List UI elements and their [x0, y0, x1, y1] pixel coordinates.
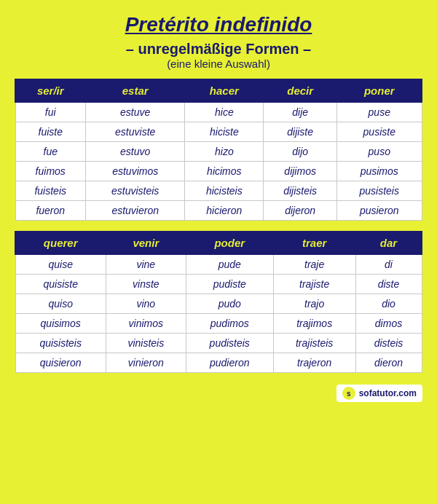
table-cell: traje	[273, 254, 355, 275]
table-cell: quisieron	[15, 353, 106, 373]
table-cell: trajiste	[273, 275, 355, 294]
table-cell: dimos	[355, 314, 422, 334]
table-cell: estuvo	[85, 142, 184, 162]
subtitle-line2: (eine kleine Auswahl)	[167, 58, 270, 70]
table-row: quisisteisvinisteispudisteistrajisteisdi…	[15, 334, 422, 353]
table1-header: hacer	[185, 79, 264, 102]
table-cell: dijimos	[264, 162, 337, 181]
table-cell: pusiste	[337, 122, 422, 142]
table-cell: pudisteis	[186, 334, 273, 353]
table-cell: vinimos	[106, 314, 186, 334]
table-cell: pudiste	[186, 275, 273, 294]
watermark-box: s sofatutor.com	[336, 385, 422, 402]
table1-header: ser/ir	[15, 79, 85, 102]
watermark-text: sofatutor.com	[359, 388, 417, 398]
table-cell: fueron	[15, 201, 85, 221]
table2: querervenirpodertraerdar quisevinepudetr…	[15, 231, 422, 373]
table-cell: quisiste	[15, 275, 106, 294]
subtitle-line1: – unregelmäßige Formen –	[126, 41, 312, 58]
table-cell: quiso	[15, 294, 106, 314]
table-cell: fuiste	[15, 122, 85, 142]
table-cell: dijisteis	[264, 181, 337, 201]
table-row: quisovinopudotrajodio	[15, 294, 422, 314]
table-cell: vinste	[106, 275, 186, 294]
table-cell: dijeron	[264, 201, 337, 221]
table2-header: traer	[273, 232, 355, 254]
table-cell: puse	[337, 102, 422, 122]
table2-header: poder	[186, 232, 273, 254]
table-cell: quise	[15, 254, 106, 275]
table2-header: venir	[106, 232, 186, 254]
sofatutor-logo: s	[342, 387, 355, 400]
table-cell: diste	[355, 275, 422, 294]
table-cell: pusimos	[337, 162, 422, 181]
table-cell: pudo	[186, 294, 273, 314]
table1: ser/irestarhacerdecirponer fuiestuvehice…	[15, 79, 422, 221]
table-cell: trajisteis	[273, 334, 355, 353]
table-cell: pudimos	[186, 314, 273, 334]
table1-header: poner	[337, 79, 422, 102]
table-cell: pusisteis	[337, 181, 422, 201]
table-cell: estuvieron	[85, 201, 184, 221]
table-cell: hizo	[185, 142, 264, 162]
table2-header: querer	[15, 232, 106, 254]
table-cell: pude	[186, 254, 273, 275]
table-cell: pusieron	[337, 201, 422, 221]
table-row: fuiestuvehicedijepuse	[15, 102, 422, 122]
table-row: fuisteisestuvisteishicisteisdijisteispus…	[15, 181, 422, 201]
table-cell: hiciste	[185, 122, 264, 142]
table-row: fuisteestuvistehicistedijistepusiste	[15, 122, 422, 142]
table-cell: vine	[106, 254, 186, 275]
table-cell: trajeron	[273, 353, 355, 373]
table-cell: trajimos	[273, 314, 355, 334]
table-row: fueestuvohizodijopuso	[15, 142, 422, 162]
table-cell: pudieron	[186, 353, 273, 373]
table1-header: estar	[85, 79, 184, 102]
table-row: quisevinepudetrajedi	[15, 254, 422, 275]
table-cell: dijo	[264, 142, 337, 162]
table-cell: dije	[264, 102, 337, 122]
table-cell: hicisteis	[185, 181, 264, 201]
table-cell: vino	[106, 294, 186, 314]
table-cell: fui	[15, 102, 85, 122]
table-cell: disteis	[355, 334, 422, 353]
table-row: fueronestuvieronhicierondijeronpusieron	[15, 201, 422, 221]
table-cell: dijiste	[264, 122, 337, 142]
table-row: quisimosvinimospudimostrajimosdimos	[15, 314, 422, 334]
table2-header: dar	[355, 232, 422, 254]
table-cell: quisimos	[15, 314, 106, 334]
table-cell: fuisteis	[15, 181, 85, 201]
table-cell: estuviste	[85, 122, 184, 142]
table-cell: hicimos	[185, 162, 264, 181]
table1-header: decir	[264, 79, 337, 102]
table-cell: puso	[337, 142, 422, 162]
table-cell: hice	[185, 102, 264, 122]
table-cell: vinieron	[106, 353, 186, 373]
table-cell: fue	[15, 142, 85, 162]
table-cell: estuvimos	[85, 162, 184, 181]
table-cell: quisisteis	[15, 334, 106, 353]
table-row: quisistevinstepudistetrajistediste	[15, 275, 422, 294]
table-cell: dio	[355, 294, 422, 314]
table-row: quisieronvinieronpudierontrajerondieron	[15, 353, 422, 373]
table-cell: trajo	[273, 294, 355, 314]
page-title: Pretérito indefinido	[125, 13, 312, 36]
table-cell: hicieron	[185, 201, 264, 221]
table-row: fuimosestuvimoshicimosdijimospusimos	[15, 162, 422, 181]
table-cell: estuve	[85, 102, 184, 122]
watermark-area: s sofatutor.com	[15, 385, 422, 402]
table-cell: estuvisteis	[85, 181, 184, 201]
table-cell: dieron	[355, 353, 422, 373]
table-cell: di	[355, 254, 422, 275]
table-cell: fuimos	[15, 162, 85, 181]
table-cell: vinisteis	[106, 334, 186, 353]
